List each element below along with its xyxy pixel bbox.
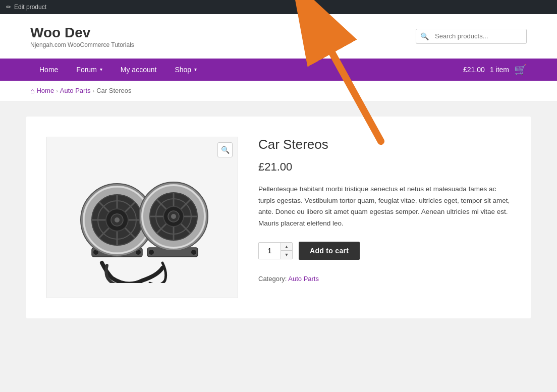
breadcrumb-separator: › [93,88,95,94]
breadcrumb-wrap: ⌂ Home › Auto Parts › Car Stereos [0,81,557,101]
edit-product-label: Edit product [14,4,46,11]
nav-item-home[interactable]: Home [30,59,67,81]
svg-point-5 [191,250,196,255]
product-image [62,152,223,283]
site-title[interactable]: Woo Dev [30,24,134,41]
search-icon: 🔍 [416,29,433,43]
quantity-up-button[interactable]: ▲ [281,243,292,251]
quantity-down-button[interactable]: ▼ [281,251,292,259]
home-icon: ⌂ [30,87,34,95]
chevron-down-icon: ▾ [194,67,197,72]
chevron-down-icon: ▾ [100,67,102,72]
quantity-spinners: ▲ ▼ [281,243,292,259]
nav-links: Home Forum ▾ My account Shop ▾ [30,59,206,81]
nav-link-shop[interactable]: Shop ▾ [165,59,206,81]
nav-item-shop[interactable]: Shop ▾ [165,59,206,81]
svg-point-17 [115,217,120,222]
product-layout: 🔍 [46,137,511,298]
cart-form: 1 ▲ ▼ Add to cart [258,242,511,260]
edit-product-link[interactable]: ✏ Edit product [6,4,46,11]
site-header: Woo Dev Njengah.com WooCommerce Tutorial… [0,14,557,59]
cart-area[interactable]: £21.00 1 item 🛒 [463,64,527,76]
site-tagline: Njengah.com WooCommerce Tutorials [30,41,134,48]
breadcrumb-auto-parts[interactable]: Auto Parts [60,87,91,94]
breadcrumb-current: Car Stereos [96,87,131,94]
nav-link-myaccount[interactable]: My account [112,59,166,81]
breadcrumb-separator: › [56,88,58,94]
main-content: 🔍 [26,117,531,318]
product-details: Car Stereos £21.00 Pellentesque habitant… [258,137,511,298]
site-branding: Woo Dev Njengah.com WooCommerce Tutorial… [30,24,134,48]
nav-link-home[interactable]: Home [30,59,67,81]
product-image-wrap: 🔍 [46,137,238,298]
product-meta: Category: Auto Parts [258,275,511,283]
site-navigation: Home Forum ▾ My account Shop ▾ £21.00 1 … [0,59,557,81]
cart-icon[interactable]: 🛒 [514,64,527,76]
search-input[interactable] [433,29,526,43]
svg-point-30 [171,214,176,219]
search-form[interactable]: 🔍 [416,29,527,44]
nav-item-myaccount[interactable]: My account [112,59,166,81]
add-to-cart-button[interactable]: Add to cart [299,242,360,260]
quantity-input[interactable]: 1 [259,243,281,259]
breadcrumb: ⌂ Home › Auto Parts › Car Stereos [30,87,527,95]
category-link[interactable]: Auto Parts [288,275,319,283]
product-description: Pellentesque habitant morbi tristique se… [258,184,511,230]
pencil-icon: ✏ [6,4,11,11]
breadcrumb-home[interactable]: Home [36,87,54,94]
quantity-wrap: 1 ▲ ▼ [258,242,293,259]
admin-bar: ✏ Edit product [0,0,557,14]
nav-item-forum[interactable]: Forum ▾ [67,59,111,81]
svg-point-4 [149,250,154,255]
zoom-icon[interactable]: 🔍 [217,142,233,157]
product-title: Car Stereos [258,137,511,152]
cart-total: £21.00 [463,66,485,74]
category-label: Category: [258,275,287,283]
product-price: £21.00 [258,160,511,174]
cart-count: 1 item [490,66,509,74]
nav-link-forum[interactable]: Forum ▾ [67,59,111,81]
